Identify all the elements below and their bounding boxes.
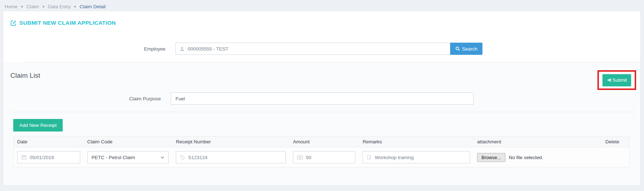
receipt-number-input[interactable] xyxy=(188,155,285,160)
calendar-icon xyxy=(18,154,30,160)
breadcrumb-home[interactable]: Home xyxy=(5,4,18,9)
col-header-amount: Amount xyxy=(289,137,359,147)
breadcrumb-separator xyxy=(43,6,44,8)
employee-input[interactable] xyxy=(188,46,450,52)
search-icon xyxy=(455,46,460,51)
browse-button[interactable]: Browse... xyxy=(477,153,505,162)
col-header-date: Date xyxy=(14,137,84,147)
claim-code-select[interactable]: PETC - Petrol Claim xyxy=(87,151,169,163)
receipt-table: Date Claim Code Receipt Number Amount Re… xyxy=(13,136,630,167)
breadcrumb-separator xyxy=(21,6,23,8)
employee-input-wrapper xyxy=(176,43,450,55)
claim-application-panel: SUBMIT NEW CLAIM APPLICATION Employee xyxy=(3,11,641,186)
amount-input[interactable] xyxy=(306,155,355,160)
col-header-claim-code: Claim Code xyxy=(84,137,173,147)
date-input-wrapper xyxy=(17,151,80,163)
annotation-highlight-box: Submit xyxy=(597,70,636,90)
tag-icon xyxy=(176,155,188,160)
attachment-cell: Browse... No file selected. xyxy=(477,153,598,162)
claim-code-selected-value: PETC - Petrol Claim xyxy=(92,155,135,160)
employee-form-row: Employee xyxy=(10,43,633,55)
amount-input-wrapper xyxy=(293,151,355,163)
receipt-table-header-row: Date Claim Code Receipt Number Amount Re… xyxy=(14,137,630,147)
search-button[interactable]: Search xyxy=(450,43,482,55)
col-header-delete: Delete xyxy=(602,137,629,147)
claim-list-section: Claim List Submit Claim Purpose Add New … xyxy=(3,62,640,185)
breadcrumb: Home Claim Data Entry Claim Detail xyxy=(0,0,644,11)
receipt-number-input-wrapper xyxy=(176,151,286,163)
remarks-input-wrapper xyxy=(362,151,470,163)
breadcrumb-claim[interactable]: Claim xyxy=(27,4,39,9)
receipt-row: PETC - Petrol Claim xyxy=(14,147,630,167)
page-title: SUBMIT NEW CLAIM APPLICATION xyxy=(19,20,116,26)
date-input[interactable] xyxy=(30,155,80,160)
breadcrumb-data-entry[interactable]: Data Entry xyxy=(48,4,71,9)
claim-purpose-label: Claim Purpose xyxy=(3,96,171,101)
paper-plane-icon xyxy=(607,78,611,82)
col-header-attachment: attachment xyxy=(474,137,602,147)
chevron-down-icon xyxy=(160,156,164,159)
claim-list-title: Claim List xyxy=(10,72,40,79)
submit-button-label: Submit xyxy=(612,77,627,83)
claim-purpose-input[interactable] xyxy=(171,92,474,105)
search-button-label: Search xyxy=(462,46,477,52)
section-divider xyxy=(11,112,636,112)
remarks-input[interactable] xyxy=(375,155,470,160)
col-header-remarks: Remarks xyxy=(359,137,474,147)
edit-icon xyxy=(10,20,16,26)
file-status-text: No file selected. xyxy=(509,155,543,160)
money-icon xyxy=(293,155,306,160)
note-icon xyxy=(363,155,375,160)
delete-cell xyxy=(602,147,629,167)
breadcrumb-separator xyxy=(74,6,76,8)
add-new-receipt-button[interactable]: Add New Receipt xyxy=(13,119,63,132)
employee-label: Employee xyxy=(10,46,176,52)
breadcrumb-claim-detail: Claim Detail xyxy=(80,4,106,9)
claim-purpose-form-row: Claim Purpose xyxy=(3,92,640,105)
submit-button[interactable]: Submit xyxy=(602,74,631,86)
user-icon xyxy=(176,46,188,52)
panel-top-section: SUBMIT NEW CLAIM APPLICATION Employee xyxy=(3,11,640,62)
col-header-receipt-number: Receipt Number xyxy=(172,137,289,147)
